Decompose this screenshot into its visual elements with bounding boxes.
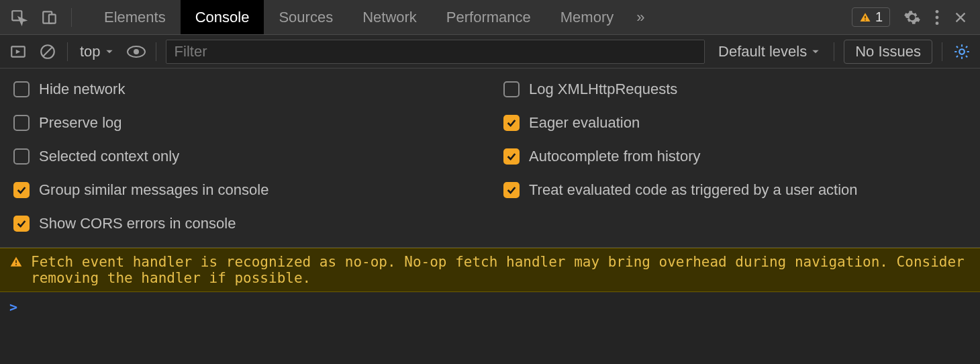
tab-console[interactable]: Console [181,0,264,34]
checkbox[interactable] [13,148,30,165]
separator [67,42,68,61]
warning-triangle-icon [9,255,23,286]
levels-label: Default levels [718,43,807,60]
setting-label: Preserve log [39,114,122,132]
tabs-container: Elements Console Sources Network Perform… [89,0,653,34]
tab-label: Elements [104,9,166,26]
chevron-down-icon [105,47,114,56]
settings-gear-icon[interactable] [903,9,921,26]
tabbar-right: 1 [852,0,980,34]
tab-memory[interactable]: Memory [546,0,628,34]
device-toggle-icon[interactable] [40,8,59,27]
checkbox[interactable] [503,182,520,198]
prompt-caret-icon: > [9,299,17,315]
checkbox[interactable] [13,216,30,232]
settings-right-column: Log XMLHttpRequests Eager evaluation Aut… [503,81,967,232]
devtools-tabbar: Elements Console Sources Network Perform… [0,0,980,35]
svg-rect-2 [49,14,56,23]
tab-performance[interactable]: Performance [432,0,546,34]
setting-hide-network[interactable]: Hide network [13,81,477,98]
tab-elements[interactable]: Elements [89,0,181,34]
clear-console-icon[interactable] [38,42,58,62]
issues-label: No Issues [855,43,921,60]
overflow-glyph: » [636,9,644,26]
console-warning-message[interactable]: Fetch event handler is recognized as no-… [0,248,980,292]
console-settings-panel: Hide network Preserve log Selected conte… [0,69,980,248]
setting-label: Group similar messages in console [39,181,268,199]
setting-log-xhr[interactable]: Log XMLHttpRequests [503,81,967,98]
setting-label: Hide network [39,81,125,98]
svg-point-6 [936,15,939,19]
separator [156,42,156,61]
warning-triangle-icon [859,11,871,24]
tab-label: Sources [279,9,333,26]
tab-sources[interactable]: Sources [264,0,348,34]
execution-context-selector[interactable]: top [77,43,117,60]
checkbox[interactable] [13,182,30,198]
svg-point-5 [936,9,939,13]
setting-user-action-eval[interactable]: Treat evaluated code as triggered by a u… [503,181,967,199]
checkbox[interactable] [13,81,30,97]
setting-label: Treat evaluated code as triggered by a u… [529,181,858,199]
filter-input[interactable] [166,40,705,64]
settings-left-column: Hide network Preserve log Selected conte… [13,81,477,232]
setting-label: Show CORS errors in console [39,215,236,232]
separator [71,8,72,27]
tabs-overflow-button[interactable]: » [628,0,652,34]
setting-label: Selected context only [39,148,179,165]
issues-button[interactable]: No Issues [844,40,932,64]
svg-point-12 [959,49,965,54]
svg-rect-3 [865,15,866,18]
svg-rect-14 [15,264,17,265]
svg-rect-13 [15,261,17,263]
separator [834,42,834,61]
checkbox[interactable] [503,115,520,131]
warnings-count: 1 [875,9,883,25]
tab-label: Performance [446,9,531,26]
svg-point-11 [134,49,139,54]
setting-eager-evaluation[interactable]: Eager evaluation [503,114,967,132]
inspect-element-icon[interactable] [9,8,28,27]
tab-label: Console [195,9,250,26]
setting-preserve-log[interactable]: Preserve log [13,114,477,132]
warning-text: Fetch event handler is recognized as no-… [31,254,971,286]
checkbox[interactable] [503,148,520,165]
log-levels-selector[interactable]: Default levels [714,43,824,60]
setting-label: Autocomplete from history [529,148,701,165]
warnings-badge[interactable]: 1 [852,7,890,27]
tab-label: Network [362,9,417,26]
close-icon[interactable] [953,10,968,25]
live-expression-icon[interactable] [126,42,146,62]
checkbox[interactable] [13,115,30,131]
context-label: top [80,43,101,60]
setting-show-cors-errors[interactable]: Show CORS errors in console [13,215,477,232]
tab-label: Memory [560,9,614,26]
console-toolbar: top Default levels No Issues [0,35,980,69]
tab-network[interactable]: Network [348,0,432,34]
setting-selected-context-only[interactable]: Selected context only [13,148,477,165]
svg-rect-4 [865,19,866,21]
kebab-menu-icon[interactable] [934,9,940,26]
setting-group-similar[interactable]: Group similar messages in console [13,181,477,199]
toggle-sidebar-icon[interactable] [8,42,28,62]
separator [942,42,942,61]
svg-point-7 [936,21,939,25]
tabbar-left-icons [0,0,81,34]
checkbox[interactable] [503,81,520,97]
setting-autocomplete-history[interactable]: Autocomplete from history [503,148,967,165]
console-prompt[interactable]: > [0,292,980,322]
setting-label: Log XMLHttpRequests [529,81,677,98]
setting-label: Eager evaluation [529,114,640,132]
chevron-down-icon [811,47,820,56]
console-settings-gear-icon[interactable] [952,42,972,62]
